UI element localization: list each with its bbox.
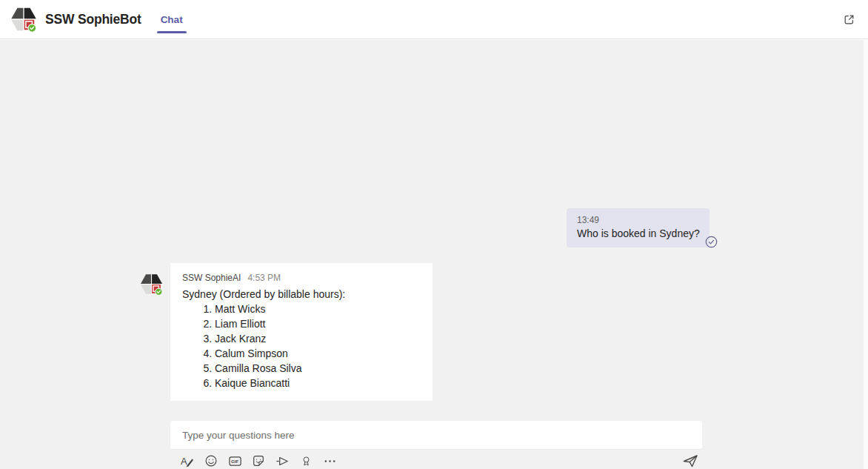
bot-message-text: Sydney (Ordered by billable hours): (182, 287, 421, 302)
user-message-text: Who is booked in Sydney? (577, 227, 700, 239)
praise-button[interactable] (298, 453, 313, 468)
app-title: SSW SophieBot (45, 12, 141, 27)
list-item: Liam Elliott (215, 316, 421, 331)
more-options-button[interactable] (322, 453, 337, 468)
scrollbar-track[interactable] (864, 40, 868, 469)
sticker-button[interactable] (251, 453, 266, 468)
list-item: Calum Simpson (215, 346, 421, 361)
format-icon: A (180, 453, 195, 468)
message-input[interactable] (170, 421, 702, 449)
format-button[interactable]: A (180, 453, 195, 468)
emoji-icon (204, 454, 218, 468)
svg-text:A: A (181, 456, 187, 467)
gif-button[interactable]: GIF (227, 453, 242, 468)
ssw-logo-icon (10, 5, 38, 33)
tab-active-underline (157, 31, 187, 34)
more-options-icon (323, 454, 337, 468)
bot-message-header: SSW SophieAI 4:53 PM (182, 273, 421, 283)
list-item: Matt Wicks (215, 302, 421, 316)
open-in-new-window-button[interactable] (838, 9, 859, 30)
composer-toolbar: A GIF (180, 453, 337, 468)
user-message-timestamp: 13:49 (577, 215, 700, 225)
list-item: Camilla Rosa Silva (215, 361, 421, 376)
sent-check-icon (705, 236, 718, 248)
praise-icon (301, 454, 312, 468)
send-button[interactable] (681, 453, 699, 469)
chat-area: 13:49 Who is booked in Sydney? SSW Sophi… (0, 40, 868, 469)
emoji-button[interactable] (204, 453, 218, 468)
bot-message-card[interactable]: SSW SophieAI 4:53 PM Sydney (Ordered by … (170, 263, 433, 401)
app-header: SSW SophieBot Chat (0, 0, 868, 39)
gif-icon: GIF (228, 454, 242, 468)
user-message-bubble[interactable]: 13:49 Who is booked in Sydney? (567, 208, 710, 247)
bot-sender-name: SSW SophieAI (182, 273, 241, 283)
sticker-icon (252, 454, 265, 468)
stream-icon (275, 454, 290, 468)
bot-message-timestamp: 4:53 PM (247, 273, 281, 283)
tab-chat-label: Chat (161, 14, 183, 25)
tab-chat[interactable]: Chat (159, 0, 184, 39)
svg-text:GIF: GIF (230, 459, 238, 464)
billable-hours-list: Matt WicksLiam ElliottJack KranzCalum Si… (182, 302, 421, 390)
open-in-new-window-icon (843, 13, 855, 26)
bot-avatar[interactable] (139, 272, 164, 296)
stream-button[interactable] (275, 453, 290, 468)
list-item: Kaique Biancatti (215, 376, 421, 390)
list-item: Jack Kranz (215, 331, 421, 346)
send-icon (681, 453, 699, 469)
